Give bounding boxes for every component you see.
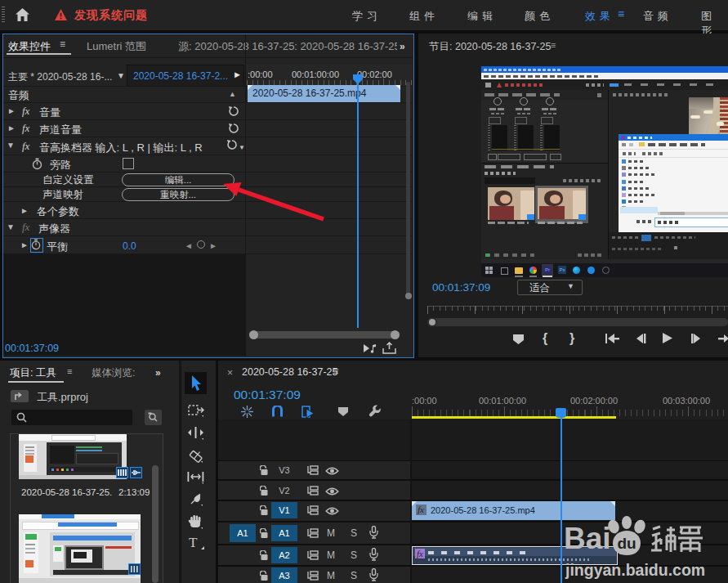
svg-text:du: du [617, 535, 636, 552]
